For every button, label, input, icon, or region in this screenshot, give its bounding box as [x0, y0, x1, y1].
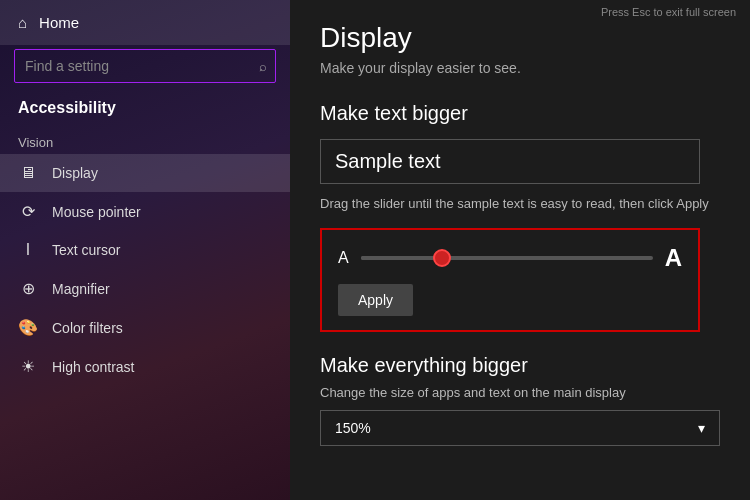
sidebar-item-color-filters[interactable]: 🎨 Color filters — [0, 308, 290, 347]
text-cursor-icon: I — [18, 241, 38, 259]
slider-section: A A Apply — [320, 228, 700, 332]
slider-row: A A — [338, 244, 682, 272]
sidebar-item-magnifier[interactable]: ⊕ Magnifier — [0, 269, 290, 308]
section2-title: Make everything bigger — [320, 354, 720, 377]
sidebar-mouse-label: Mouse pointer — [52, 204, 141, 220]
search-icon: ⌕ — [259, 59, 267, 74]
sidebar-item-home[interactable]: ⌂ Home — [0, 0, 290, 45]
sidebar-high-contrast-label: High contrast — [52, 359, 134, 375]
sidebar-item-high-contrast[interactable]: ☀ High contrast — [0, 347, 290, 386]
chevron-down-icon: ▾ — [698, 420, 705, 436]
color-filters-icon: 🎨 — [18, 318, 38, 337]
high-contrast-icon: ☀ — [18, 357, 38, 376]
section1-title: Make text bigger — [320, 102, 720, 125]
sample-text-display: Sample text — [320, 139, 700, 184]
search-input[interactable] — [15, 50, 275, 82]
main-panel: Press Esc to exit full screen Display Ma… — [290, 0, 750, 500]
slider-label-small: A — [338, 249, 349, 267]
slider-track[interactable] — [361, 256, 653, 260]
mouse-pointer-icon: ⟳ — [18, 202, 38, 221]
section2-subtitle: Change the size of apps and text on the … — [320, 385, 720, 400]
page-title: Display — [320, 22, 720, 54]
sidebar-item-mouse-pointer[interactable]: ⟳ Mouse pointer — [0, 192, 290, 231]
esc-hint: Press Esc to exit full screen — [601, 6, 736, 18]
sidebar-magnifier-label: Magnifier — [52, 281, 110, 297]
search-container: ⌕ — [14, 49, 276, 83]
sidebar-color-filters-label: Color filters — [52, 320, 123, 336]
home-icon: ⌂ — [18, 14, 27, 31]
size-dropdown[interactable]: 150% ▾ — [320, 410, 720, 446]
sidebar: ⌂ Home ⌕ Accessibility Vision 🖥 Display … — [0, 0, 290, 500]
apply-button[interactable]: Apply — [338, 284, 413, 316]
sidebar-item-display[interactable]: 🖥 Display — [0, 154, 290, 192]
sidebar-section-heading: Accessibility — [0, 93, 290, 127]
display-icon: 🖥 — [18, 164, 38, 182]
slider-label-big: A — [665, 244, 682, 272]
sidebar-text-cursor-label: Text cursor — [52, 242, 120, 258]
sidebar-item-text-cursor[interactable]: I Text cursor — [0, 231, 290, 269]
sidebar-display-label: Display — [52, 165, 98, 181]
page-subtitle: Make your display easier to see. — [320, 60, 720, 76]
sidebar-home-label: Home — [39, 14, 79, 31]
slider-thumb[interactable] — [433, 249, 451, 267]
size-dropdown-value: 150% — [335, 420, 371, 436]
magnifier-icon: ⊕ — [18, 279, 38, 298]
vision-label: Vision — [0, 127, 290, 154]
instruction-text: Drag the slider until the sample text is… — [320, 194, 720, 214]
